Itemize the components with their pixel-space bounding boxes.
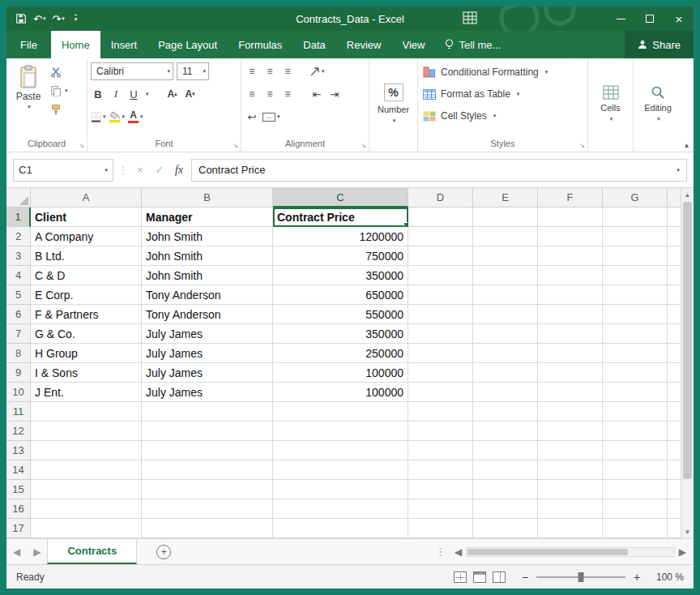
row-header-5[interactable]: 5 — [6, 285, 31, 305]
cell-E12[interactable] — [473, 422, 538, 441]
cell-C13[interactable] — [273, 441, 408, 460]
cell-D5[interactable] — [408, 285, 473, 305]
minimize-button[interactable] — [606, 6, 635, 31]
cell-A12[interactable] — [31, 422, 142, 441]
scroll-up-icon[interactable]: ▲ — [681, 188, 694, 201]
cell-E9[interactable] — [473, 363, 538, 383]
share-button[interactable]: Share — [625, 31, 694, 58]
sheet-tab-contracts[interactable]: Contracts — [47, 539, 137, 564]
dialog-launcher-icon[interactable]: ↘ — [579, 143, 585, 149]
cell-A13[interactable] — [31, 441, 142, 460]
cell-F16[interactable] — [538, 499, 603, 519]
font-name-select[interactable]: Calibri▾ — [91, 62, 173, 80]
cell-A6[interactable]: F & Partners — [31, 305, 142, 324]
top-align-button[interactable]: ≡ — [245, 63, 259, 79]
cell-A7[interactable]: G & Co. — [31, 324, 142, 344]
tab-splitter-icon[interactable]: ⋮ — [430, 539, 450, 564]
collapse-ribbon-icon[interactable]: ▴ — [685, 140, 689, 149]
sheet-nav-left-icon[interactable]: ◀ — [6, 539, 27, 564]
cell-C14[interactable] — [273, 460, 408, 480]
zoom-slider[interactable] — [536, 576, 625, 578]
cell-E11[interactable] — [473, 402, 538, 422]
format-painter-button[interactable] — [50, 102, 68, 117]
row-header-6[interactable]: 6 — [6, 305, 31, 324]
ribbon-tab-view[interactable]: View — [391, 31, 435, 58]
row-header-10[interactable]: 10 — [6, 383, 31, 402]
align-left-button[interactable]: ≡ — [245, 86, 259, 102]
paste-button[interactable]: Paste ▾ — [10, 62, 47, 137]
cell-C11[interactable] — [273, 402, 408, 422]
cell-F1[interactable] — [538, 208, 603, 227]
underline-button[interactable]: U — [126, 86, 141, 102]
row-header-2[interactable]: 2 — [6, 227, 31, 246]
cell-F3[interactable] — [538, 246, 603, 266]
page-break-view-button[interactable] — [493, 571, 506, 583]
cell-D17[interactable] — [408, 519, 473, 538]
cell-E15[interactable] — [473, 480, 538, 499]
column-header-F[interactable]: F — [538, 188, 603, 208]
cell-E17[interactable] — [473, 519, 538, 538]
column-header-C[interactable]: C — [273, 188, 408, 208]
wrap-text-button[interactable]: ↩ — [245, 109, 259, 125]
cell-C7[interactable]: 350000 — [273, 324, 408, 344]
cell-B7[interactable]: July James — [142, 324, 273, 344]
editing-group-button[interactable]: Editing ▾ — [634, 58, 682, 152]
cell-G14[interactable] — [603, 460, 668, 480]
cell-C2[interactable]: 1200000 — [273, 227, 408, 246]
zoom-out-button[interactable]: − — [520, 571, 530, 584]
cell-G12[interactable] — [603, 422, 668, 441]
column-header-A[interactable]: A — [31, 188, 142, 208]
chevron-down-icon[interactable]: ▾ — [146, 91, 149, 97]
chevron-down-icon[interactable]: ▾ — [43, 15, 46, 22]
ribbon-tab-page-layout[interactable]: Page Layout — [147, 31, 228, 58]
horizontal-scroll-track[interactable] — [466, 547, 675, 557]
name-box[interactable]: C1 ▾ — [13, 159, 113, 182]
cell-D8[interactable] — [408, 344, 473, 363]
cell-E2[interactable] — [473, 227, 538, 246]
ribbon-tab-file[interactable]: File — [6, 31, 51, 58]
conditional-formatting-button[interactable]: Conditional Formatting ▾ — [423, 63, 586, 81]
number-group-button[interactable]: % Number ▾ — [369, 58, 417, 152]
select-all-corner[interactable] — [6, 188, 31, 208]
row-header-7[interactable]: 7 — [6, 324, 31, 344]
cell-E16[interactable] — [473, 499, 538, 519]
copy-button[interactable]: ▾ — [50, 83, 68, 98]
expand-formula-bar-icon[interactable]: ▾ — [677, 167, 680, 173]
cell-F2[interactable] — [538, 227, 603, 246]
cell-B4[interactable]: John Smith — [142, 266, 273, 285]
decrease-indent-button[interactable]: ⇤ — [309, 86, 324, 102]
cell-styles-button[interactable]: Cell Styles ▾ — [423, 107, 586, 125]
row-header-12[interactable]: 12 — [6, 422, 31, 441]
cell-G2[interactable] — [603, 227, 668, 246]
cell-G5[interactable] — [603, 285, 668, 305]
cell-C12[interactable] — [273, 422, 408, 441]
align-center-button[interactable]: ≡ — [262, 86, 277, 102]
bold-button[interactable]: B — [91, 86, 105, 102]
cell-D14[interactable] — [408, 460, 473, 480]
cell-E1[interactable] — [473, 208, 538, 227]
cell-G1[interactable] — [603, 208, 668, 227]
new-sheet-button[interactable]: + — [156, 545, 171, 559]
cell-A11[interactable] — [31, 402, 142, 422]
align-right-button[interactable]: ≡ — [280, 86, 295, 102]
cell-A4[interactable]: C & D — [31, 266, 142, 285]
enter-button[interactable]: ✓ — [152, 164, 167, 176]
cell-E14[interactable] — [473, 460, 538, 480]
cell-F15[interactable] — [538, 480, 603, 499]
cell-B6[interactable]: Tony Anderson — [142, 305, 273, 324]
cell-A5[interactable]: E Corp. — [31, 285, 142, 305]
chevron-down-icon[interactable]: ▾ — [62, 15, 65, 22]
cell-F13[interactable] — [538, 441, 603, 460]
cell-D15[interactable] — [408, 480, 473, 499]
cell-G3[interactable] — [603, 246, 668, 266]
redo-button[interactable]: ↷▾ — [49, 9, 66, 28]
ribbon-tab-home[interactable]: Home — [51, 31, 100, 58]
cell-D9[interactable] — [408, 363, 473, 383]
column-header-E[interactable]: E — [473, 188, 538, 208]
cell-D6[interactable] — [408, 305, 473, 324]
row-header-8[interactable]: 8 — [6, 344, 31, 363]
cell-B11[interactable] — [142, 402, 273, 422]
cell-F9[interactable] — [538, 363, 603, 383]
cell-C16[interactable] — [273, 499, 408, 519]
vertical-scroll-track[interactable] — [681, 201, 694, 525]
